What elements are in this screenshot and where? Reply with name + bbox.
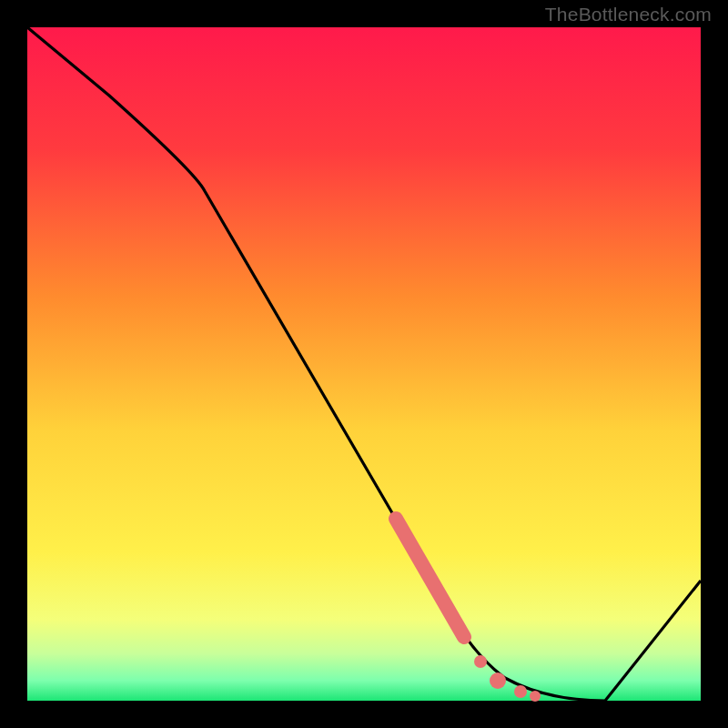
- highlight-dot-1: [474, 655, 487, 668]
- plot-area: [27, 27, 701, 701]
- chart-container: TheBottleneck.com: [0, 0, 728, 728]
- watermark-label: TheBottleneck.com: [545, 4, 712, 25]
- highlight-dot-4: [530, 691, 541, 702]
- bottleneck-chart: [0, 0, 728, 728]
- highlight-dot-2: [490, 672, 506, 689]
- highlight-dot-3: [514, 685, 527, 698]
